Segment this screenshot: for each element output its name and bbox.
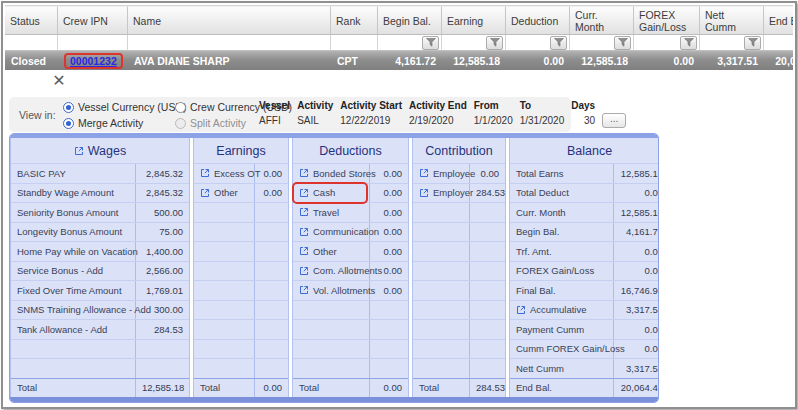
- filter-input-end-bal[interactable]: [764, 35, 793, 51]
- panel-row-nett-cumm[interactable]: Nett Cumm3,317.51: [510, 358, 659, 378]
- filter-input-nett-cumm[interactable]: [700, 35, 764, 51]
- row-cell-crew-ipn: 00001232: [58, 51, 128, 70]
- panel-row-total-deduct[interactable]: Total Deduct0.00: [510, 183, 659, 203]
- external-link-icon[interactable]: [299, 285, 309, 295]
- col-header-rank[interactable]: Rank: [331, 6, 378, 35]
- panel-row-bonded-stores[interactable]: Bonded Stores0.00: [293, 163, 408, 183]
- panel-row-vol-allotments[interactable]: Vol. Allotments0.00: [293, 280, 408, 300]
- external-link-icon[interactable]: [299, 246, 309, 256]
- col-header-deduction[interactable]: Deduction: [506, 6, 570, 35]
- external-link-icon[interactable]: [200, 168, 210, 178]
- panel-row-travel[interactable]: Travel0.00: [293, 202, 408, 222]
- panel-row-fixed-over-time-amount[interactable]: Fixed Over Time Amount1,769.01: [11, 280, 189, 300]
- filter-input-rank[interactable]: [331, 35, 378, 51]
- row-cell-deduction: 0.00: [506, 51, 570, 70]
- panel-row-employee[interactable]: Employee0.00: [413, 163, 505, 183]
- panel-row-standby-wage-amount[interactable]: Standby Wage Amount2,845.32: [11, 183, 189, 203]
- filter-input-begin-bal[interactable]: [378, 35, 442, 51]
- total-row[interactable]: Total0.00: [194, 378, 288, 398]
- panel-row-final-bal[interactable]: Final Bal.16,746.90: [510, 280, 659, 300]
- panel-row-other[interactable]: Other0.00: [293, 241, 408, 261]
- col-header-forex-gain-loss[interactable]: FOREX Gain/Loss: [634, 6, 700, 35]
- activity-value-vessel: AFFI: [259, 112, 297, 129]
- grid-data-row[interactable]: Closed00001232AVA DIANE SHARPCPT4,161.72…: [5, 51, 793, 70]
- panel-row-trf-amt[interactable]: Trf. Amt.0.00: [510, 241, 659, 261]
- filter-funnel-icon[interactable]: [614, 36, 631, 50]
- filter-input-name[interactable]: [128, 35, 331, 51]
- panel-row-tank-allowance-add[interactable]: Tank Allowance - Add284.53: [11, 319, 189, 339]
- radio-vessel-currency-usd[interactable]: Vessel Currency (USD): [63, 100, 187, 114]
- external-link-icon[interactable]: [419, 188, 429, 198]
- radio-merge-activity[interactable]: Merge Activity: [63, 116, 187, 130]
- panel-row-cash[interactable]: Cash0.00: [293, 183, 408, 203]
- panel-row-payment-cumm[interactable]: Payment Cumm0.00: [510, 319, 659, 339]
- external-link-icon[interactable]: [74, 146, 84, 156]
- filter-funnel-icon[interactable]: [744, 36, 761, 50]
- row-value: [469, 262, 505, 281]
- panel-row-longevity-bonus-amount[interactable]: Longevity Bonus Amount75.00: [11, 222, 189, 242]
- more-options-button[interactable]: ...: [602, 113, 626, 128]
- col-header-end-bal[interactable]: End Bal.: [764, 6, 793, 35]
- row-label: Curr. Month: [516, 207, 566, 218]
- row-label-cell: Vol. Allotments: [293, 281, 369, 300]
- row-value: 12,585.18: [613, 164, 659, 183]
- empty-row: [413, 319, 505, 339]
- external-link-icon[interactable]: [516, 305, 526, 315]
- panel-row-begin-bal[interactable]: Begin Bal.4,161.72: [510, 222, 659, 242]
- app-window: StatusCrew IPNNameRankBegin Bal.EarningD…: [1, 1, 797, 409]
- panel-row-com-allotments[interactable]: Com. Allotments0.00: [293, 261, 408, 281]
- panel-row-curr-month[interactable]: Curr. Month12,585.18: [510, 202, 659, 222]
- col-header-label: Nett Cumm: [705, 9, 758, 33]
- panel-row-accumulative[interactable]: Accumulative3,317.51: [510, 300, 659, 320]
- panel-row-seniority-bonus-amount[interactable]: Seniority Bonus Amount500.00: [11, 202, 189, 222]
- crew-ipn-link[interactable]: 00001232: [70, 55, 117, 67]
- panel-row-home-pay-while-on-vacation[interactable]: Home Pay while on Vacation1,400.00: [11, 241, 189, 261]
- external-link-icon[interactable]: [200, 188, 210, 198]
- col-header-curr-month[interactable]: Curr. Month: [570, 6, 634, 35]
- external-link-icon[interactable]: [419, 168, 429, 178]
- row-value: 12,585.18: [613, 203, 659, 222]
- filter-funnel-icon[interactable]: [680, 36, 697, 50]
- external-link-icon[interactable]: [299, 266, 309, 276]
- panel-row-communication[interactable]: Communication0.00: [293, 222, 408, 242]
- panel-row-basic-pay[interactable]: BASIC PAY2,845.32: [11, 163, 189, 183]
- filter-input-curr-month[interactable]: [570, 35, 634, 51]
- col-header-status[interactable]: Status: [5, 6, 58, 35]
- col-header-earning[interactable]: Earning: [442, 6, 506, 35]
- row-value: 1,769.01: [135, 281, 189, 300]
- filter-input-forex-gain-loss[interactable]: [634, 35, 700, 51]
- filter-input-earning[interactable]: [442, 35, 506, 51]
- col-header-crew-ipn[interactable]: Crew IPN: [58, 6, 128, 35]
- filter-funnel-icon[interactable]: [550, 36, 567, 50]
- radio-unselected-icon: [175, 118, 186, 129]
- filter-input-crew-ipn[interactable]: [58, 35, 128, 51]
- col-header-name[interactable]: Name: [128, 6, 331, 35]
- panel-row-cumm-forex-gain-loss[interactable]: Cumm FOREX Gain/Loss0.00: [510, 339, 659, 359]
- total-row[interactable]: Total0.00: [293, 378, 408, 398]
- panel-row-total-earns[interactable]: Total Earns12,585.18: [510, 163, 659, 183]
- total-row[interactable]: Total12,585.18: [11, 378, 189, 398]
- filter-funnel-icon[interactable]: [486, 36, 503, 50]
- panel-row-excess-ot[interactable]: Excess OT0.00: [194, 163, 288, 183]
- total-row[interactable]: End Bal.20,064.41: [510, 378, 659, 398]
- panel-row-snms-training-allowance-add[interactable]: SNMS Training Allowance - Add300.00: [11, 300, 189, 320]
- close-button[interactable]: ✕: [49, 71, 69, 91]
- external-link-icon[interactable]: [299, 207, 309, 217]
- filter-input-deduction[interactable]: [506, 35, 570, 51]
- panel-row-service-bonus-add[interactable]: Service Bonus - Add2,566.00: [11, 261, 189, 281]
- row-label-cell: Excess OT: [194, 164, 254, 183]
- external-link-icon[interactable]: [299, 188, 309, 198]
- empty-row: [413, 339, 505, 359]
- panel-row-forex-gain-loss[interactable]: FOREX Gain/Loss0.00: [510, 261, 659, 281]
- col-header-begin-bal[interactable]: Begin Bal.: [378, 6, 442, 35]
- filter-input-status[interactable]: [5, 35, 58, 51]
- empty-row: [11, 358, 189, 378]
- panel-row-other[interactable]: Other0.00: [194, 183, 288, 203]
- panel-row-employer[interactable]: Employer284.53: [413, 183, 505, 203]
- total-row[interactable]: Total284.53: [413, 378, 505, 398]
- external-link-icon[interactable]: [299, 168, 309, 178]
- filter-funnel-icon[interactable]: [422, 36, 439, 50]
- activity-value-days: 30: [571, 112, 602, 129]
- col-header-nett-cumm[interactable]: Nett Cumm: [700, 6, 764, 35]
- external-link-icon[interactable]: [299, 227, 309, 237]
